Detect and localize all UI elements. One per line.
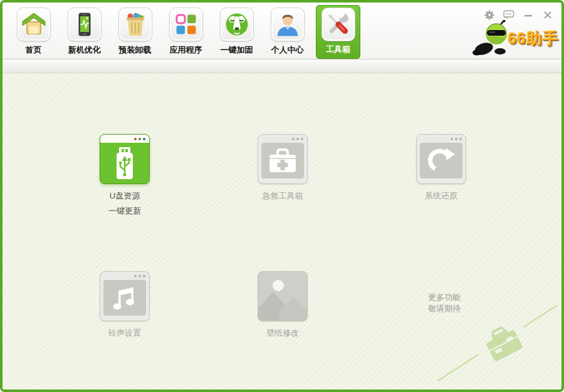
tile-titlebar: [258, 135, 307, 143]
dot-gray: [455, 138, 457, 140]
dot-gray: [292, 138, 295, 140]
trash-bin-icon: [123, 12, 148, 37]
optimize-tile: [68, 8, 102, 41]
main-toolbar: 首页 新机优化: [3, 3, 561, 59]
dot-red: [134, 138, 137, 140]
tool-label: 系统还原: [391, 188, 491, 204]
nav-item-home[interactable]: 首页: [8, 5, 59, 59]
tool-usb-resource-update[interactable]: U盘资源 一键更新: [75, 134, 175, 219]
toolbox-tile: [321, 8, 355, 41]
dot-gray: [134, 275, 137, 277]
nav-item-personal-center[interactable]: 个人中心: [262, 5, 313, 59]
wrench-screwdriver-icon: [326, 12, 351, 37]
tool-label: 急救工具箱: [232, 188, 333, 204]
gear-icon[interactable]: [484, 9, 495, 20]
toolbox-panel: U盘资源 一键更新: [3, 73, 561, 389]
reinforce-tile: [220, 8, 254, 41]
ringtone-tile: [100, 271, 150, 321]
watermark-toolbox-icon: [476, 317, 530, 369]
applications-tile: [169, 8, 203, 41]
uninstall-tile: [118, 8, 152, 41]
toolbar-sub-band: [3, 59, 561, 73]
tile-titlebar: [100, 135, 149, 143]
dot-green: [138, 138, 141, 140]
usb-update-tile: [100, 134, 150, 184]
dot-gray: [451, 138, 453, 140]
nav-label: 应用程序: [170, 44, 202, 56]
personal-tile: [271, 8, 305, 41]
home-icon: [21, 12, 46, 37]
nav-item-preinstall-uninstall[interactable]: 预装卸载: [110, 5, 160, 59]
first-aid-tile: [258, 134, 308, 184]
watermark-line: [523, 305, 558, 328]
tile-titlebar: [100, 272, 149, 280]
usb-drive-icon: [113, 147, 137, 180]
nav-label: 个人中心: [271, 44, 304, 56]
music-note-icon: [111, 284, 138, 312]
dot-blue: [143, 138, 145, 140]
wallpaper-tile: [258, 271, 308, 321]
tile-titlebar: [417, 135, 466, 143]
nav-item-one-key-reinforce[interactable]: 一键加固: [211, 5, 262, 59]
nav-label: 首页: [26, 44, 42, 56]
watermark-line: [437, 354, 479, 381]
dot-gray: [296, 138, 299, 140]
tool-system-restore[interactable]: 系统还原: [391, 134, 491, 204]
dot-gray: [459, 138, 462, 140]
restore-arrow-icon: [427, 147, 456, 175]
minimize-icon[interactable]: [523, 9, 534, 20]
tool-first-aid-kit[interactable]: 急救工具箱: [232, 134, 333, 204]
window-controls: [484, 9, 553, 20]
tool-label: U盘资源 一键更新: [75, 188, 175, 219]
app-window: 首页 新机优化: [0, 0, 564, 392]
first-aid-case-icon: [268, 148, 297, 173]
tool-label: 铃声设置: [75, 326, 175, 341]
nav-label: 工具箱: [326, 44, 350, 55]
coming-soon-text: 更多功能 敬请期待: [407, 292, 482, 314]
tool-ringtone-settings[interactable]: 铃声设置: [75, 271, 175, 341]
dot-gray: [143, 275, 145, 277]
user-avatar-icon: [275, 12, 300, 37]
guard-dog-icon: [224, 12, 249, 37]
tool-wallpaper-edit[interactable]: 壁纸修改: [232, 271, 333, 341]
nav-label: 新机优化: [68, 44, 101, 56]
nav-item-applications[interactable]: 应用程序: [160, 5, 211, 59]
brand-name: 66助手: [508, 28, 559, 49]
feedback-bubble-icon[interactable]: [503, 9, 514, 20]
dot-gray: [138, 275, 141, 277]
nav-label: 预装卸载: [119, 44, 152, 56]
home-tile: [17, 8, 51, 41]
phone-pulse-icon: [72, 12, 97, 37]
brand-logo: 66助手: [471, 20, 559, 56]
system-restore-tile: [416, 134, 466, 184]
app-grid-icon: [174, 12, 199, 37]
mascot-66-icon: [471, 20, 513, 56]
tool-label: 壁纸修改: [232, 326, 333, 341]
nav-label: 一键加固: [221, 44, 253, 56]
nav-item-toolbox[interactable]: 工具箱: [316, 5, 360, 59]
nav-item-new-device-optimize[interactable]: 新机优化: [59, 5, 110, 59]
close-icon[interactable]: [542, 9, 553, 20]
dot-gray: [301, 138, 303, 140]
landscape-photo-icon: [258, 272, 307, 321]
